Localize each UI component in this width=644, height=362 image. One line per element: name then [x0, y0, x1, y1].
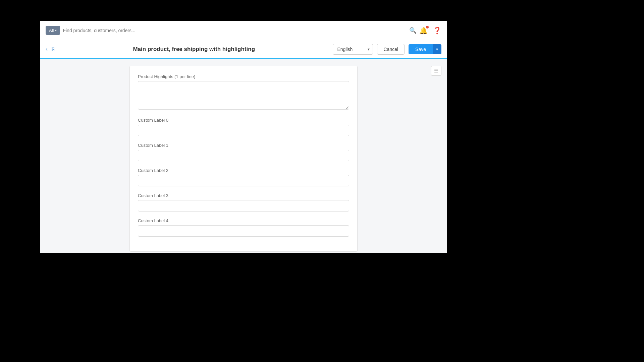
- highlights-label: Product Highlights (1 per line): [138, 74, 349, 79]
- notification-badge: [426, 26, 429, 28]
- copy-button[interactable]: ⎘: [52, 46, 55, 52]
- menu-icon: ☰: [434, 68, 438, 73]
- top-bar: All ▾ 🔍 🔔 ❓: [40, 21, 447, 40]
- language-select[interactable]: English French German Spanish: [333, 44, 373, 55]
- search-input-wrapper: [63, 28, 407, 33]
- highlights-textarea[interactable]: [138, 81, 349, 110]
- custom-label-4-input[interactable]: [138, 225, 349, 237]
- back-icon: ‹: [46, 46, 48, 52]
- form-container: ☰ Product Highlights (1 per line) Custom…: [129, 66, 358, 252]
- save-dropdown-icon: ▾: [436, 47, 438, 52]
- back-button[interactable]: ‹: [46, 46, 48, 53]
- save-dropdown-button[interactable]: ▾: [433, 44, 441, 54]
- custom-label-4-field-group: Custom Label 4: [138, 218, 349, 237]
- notifications-button[interactable]: 🔔: [419, 26, 428, 35]
- copy-icon: ⎘: [52, 46, 55, 52]
- sidebar-menu-button[interactable]: ☰: [431, 66, 441, 76]
- search-button[interactable]: 🔍: [409, 27, 417, 34]
- custom-label-1-field-group: Custom Label 1: [138, 143, 349, 161]
- custom-label-2-input[interactable]: [138, 175, 349, 186]
- custom-label-1-label: Custom Label 1: [138, 143, 349, 148]
- main-content: ☰ Product Highlights (1 per line) Custom…: [40, 59, 447, 253]
- custom-label-3-input[interactable]: [138, 200, 349, 212]
- custom-label-4-label: Custom Label 4: [138, 218, 349, 223]
- help-button[interactable]: ❓: [433, 26, 441, 35]
- custom-label-3-label: Custom Label 3: [138, 193, 349, 198]
- search-all-chevron-icon: ▾: [55, 28, 57, 32]
- search-icon: 🔍: [409, 27, 417, 34]
- sub-header: ‹ ⎘ Main product, free shipping with hig…: [40, 40, 447, 59]
- search-input[interactable]: [63, 28, 407, 33]
- custom-label-2-label: Custom Label 2: [138, 168, 349, 173]
- search-all-label: All: [49, 28, 54, 33]
- custom-label-0-label: Custom Label 0: [138, 118, 349, 123]
- custom-label-1-input[interactable]: [138, 150, 349, 161]
- cancel-button[interactable]: Cancel: [377, 44, 405, 55]
- page-title: Main product, free shipping with highlig…: [59, 46, 329, 53]
- highlights-field-group: Product Highlights (1 per line): [138, 74, 349, 111]
- custom-label-2-field-group: Custom Label 2: [138, 168, 349, 186]
- help-icon: ❓: [433, 27, 441, 34]
- custom-label-0-field-group: Custom Label 0: [138, 118, 349, 136]
- top-right-icons: 🔔 ❓: [419, 26, 441, 35]
- search-all-button[interactable]: All ▾: [46, 26, 60, 35]
- language-selector-wrapper: English French German Spanish: [333, 44, 373, 55]
- save-button[interactable]: Save: [409, 44, 433, 54]
- custom-label-0-input[interactable]: [138, 125, 349, 136]
- save-button-group: Save ▾: [409, 44, 441, 54]
- custom-label-3-field-group: Custom Label 3: [138, 193, 349, 212]
